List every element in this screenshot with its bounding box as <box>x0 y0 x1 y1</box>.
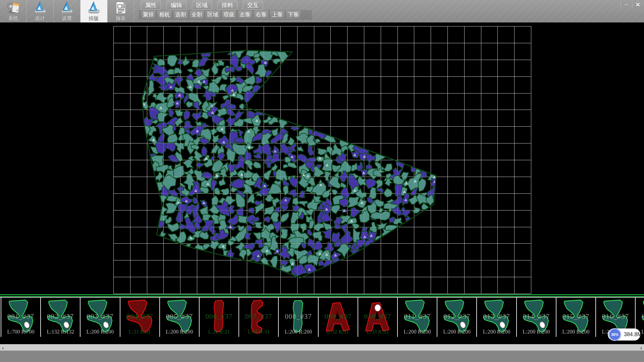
piece-thumbnail-004_#37[interactable]: 004_#37L:31 R:31 <box>120 298 159 337</box>
strip-bottom-gap <box>0 337 644 344</box>
set-square-icon <box>34 1 47 14</box>
menu-tab-交互[interactable]: 交互 <box>243 1 263 10</box>
piece-thumbnail-001_#37[interactable]: 001_#37L:700 R:700 <box>1 298 40 337</box>
tool-button-上靠[interactable]: 上靠 <box>270 10 285 19</box>
toolbar-icon-label: 排版 <box>89 15 99 22</box>
application-window: 系统设计设置排版报表 属性编辑区域排料交互 聚排相机选割全割区域瑕疵左靠右靠上靠… <box>0 0 644 362</box>
piece-thumbnail-003_#37[interactable]: 003_#37L:200 R:200 <box>80 298 119 337</box>
piece-thumbnail-002_#37[interactable]: 002_#37L:132 R:132 <box>40 298 80 337</box>
toolbar-icon-设计[interactable]: 设计 <box>27 0 54 22</box>
toolbar-icon-设置[interactable]: 设置 <box>54 0 80 22</box>
piece-thumbnail-005_#37[interactable]: 005_#37L:200 R:200 <box>159 298 199 337</box>
piece-shape-preview <box>80 298 119 336</box>
piece-shape-preview <box>398 298 437 336</box>
piece-shape-preview <box>556 298 595 336</box>
piece-shape-preview <box>160 298 199 336</box>
menu-tab-区域[interactable]: 区域 <box>192 1 212 10</box>
piece-shape-preview <box>1 298 40 336</box>
piece-thumbnail-011_#37[interactable]: 011_#37L:200 R:200 <box>397 298 437 337</box>
toolbar-icon-系统[interactable]: 系统 <box>0 0 27 22</box>
tool-button-下靠[interactable]: 下靠 <box>286 10 301 19</box>
piece-shape-preview <box>279 298 318 336</box>
piece-thumbnail-010_#37[interactable]: 010_#37L:33 R:33 <box>358 298 397 337</box>
bed-separator-line-top <box>0 294 644 295</box>
close-button[interactable]: ✕ <box>632 1 643 9</box>
tool-button-选割[interactable]: 选割 <box>173 10 188 19</box>
toolbar-icon-label: 设计 <box>35 15 45 22</box>
toolbar-icon-排版[interactable]: 排版 <box>80 0 107 22</box>
minimize-button[interactable]: ─ <box>621 1 632 9</box>
piece-thumbnail-009_#37[interactable]: 009_#37L:32 R:31 <box>318 298 358 337</box>
set-square-icon <box>87 1 101 14</box>
report-document-icon <box>114 1 127 14</box>
toolbar-icon-报表[interactable]: 报表 <box>107 0 134 22</box>
toolbar-icon-label: 报表 <box>116 15 126 22</box>
toolbar-icon-label: 设置 <box>62 15 72 22</box>
set-square-icon <box>60 1 74 14</box>
horizontal-scrollbar[interactable]: ‹ › <box>0 344 644 351</box>
gear-notepad-icon <box>7 1 20 14</box>
scroll-left-arrow-icon[interactable]: ‹ <box>0 345 6 351</box>
scroll-right-arrow-icon[interactable]: › <box>638 345 644 351</box>
piece-thumbnail-015_#37[interactable]: 015_#37L:200 R:200 <box>556 298 595 337</box>
piece-shape-preview <box>358 298 397 336</box>
progress-circle-icon: 38% <box>608 328 621 341</box>
memory-value: 384.8M <box>624 328 642 341</box>
piece-shape-preview <box>319 298 358 336</box>
bed-separator-line-bottom <box>0 296 644 297</box>
toolbar: 系统设计设置排版报表 属性编辑区域排料交互 聚排相机选割全割区域瑕疵左靠右靠上靠… <box>0 0 644 22</box>
tool-button-瑕疵[interactable]: 瑕疵 <box>221 10 236 19</box>
piece-thumbnail-strip: 001_#37L:700 R:700002_#37L:132 R:132003_… <box>0 297 644 338</box>
tool-button-row: 聚排相机选割全割区域瑕疵左靠右靠上靠下靠 <box>141 10 301 19</box>
memory-usage-badge: 38% 384.8M <box>608 328 640 341</box>
piece-thumbnail-006_#37[interactable]: 006_#37L:21 R:21 <box>199 298 238 337</box>
toolbar-icon-label: 系统 <box>8 15 18 22</box>
piece-shape-preview <box>239 298 278 336</box>
piece-shape-preview <box>120 298 159 336</box>
piece-shape-preview <box>437 298 476 336</box>
main-icon-strip: 系统设计设置排版报表 <box>0 0 134 22</box>
menu-tab-属性[interactable]: 属性 <box>141 1 161 10</box>
piece-thumbnail-008_#37[interactable]: 008_#37L:200 R:200 <box>278 298 318 337</box>
menu-tab-row: 属性编辑区域排料交互 <box>141 1 263 10</box>
piece-thumbnail-007_#37[interactable]: 007_#37L:31 R:31 <box>238 298 278 337</box>
tool-button-相机[interactable]: 相机 <box>157 10 172 19</box>
tool-button-全割[interactable]: 全割 <box>189 10 204 19</box>
menu-tab-排料[interactable]: 排料 <box>217 1 237 10</box>
progress-percent: 38% <box>611 333 619 337</box>
tool-button-右靠[interactable]: 右靠 <box>254 10 269 19</box>
window-controls: ─ ✕ <box>621 1 643 9</box>
piece-thumbnail-012_#37[interactable]: 012_#37L:200 R:200 <box>437 298 476 337</box>
nesting-canvas[interactable] <box>0 22 644 294</box>
piece-shape-preview <box>41 298 80 336</box>
tool-button-左靠[interactable]: 左靠 <box>237 10 253 19</box>
tool-button-区域[interactable]: 区域 <box>205 10 220 19</box>
status-bar <box>0 351 644 362</box>
tool-button-聚排[interactable]: 聚排 <box>141 10 156 19</box>
piece-thumbnail-013_#37[interactable]: 013_#37L:200 R:200 <box>476 298 516 337</box>
piece-shape-preview <box>517 298 556 336</box>
piece-thumbnail-014_#37[interactable]: 014_#37L:200 R:200 <box>516 298 556 337</box>
piece-shape-preview <box>477 298 516 336</box>
piece-shape-preview <box>200 298 238 336</box>
menu-tab-编辑[interactable]: 编辑 <box>166 1 186 10</box>
